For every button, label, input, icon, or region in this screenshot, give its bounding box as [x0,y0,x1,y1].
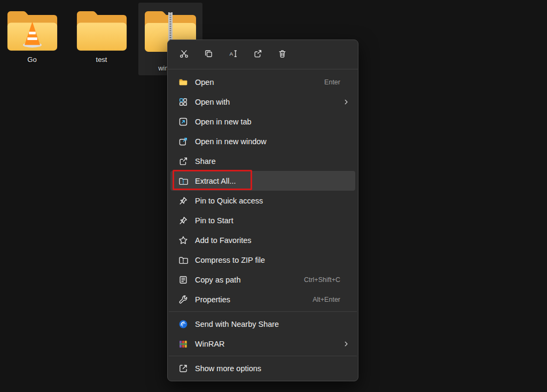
menu-item-open-in-new-window[interactable]: Open in new window [170,131,355,151]
trash-icon [278,49,287,60]
share-icon [253,49,262,60]
menu-item-open-in-new-tab[interactable]: Open in new tab [170,112,355,131]
wrench-icon [178,295,188,304]
context-menu-toolbar: A [168,40,358,69]
copy-button[interactable] [198,45,219,64]
folder-vlc-icon [6,8,58,53]
zip-folder-icon [178,255,188,265]
folder-icon [76,8,128,53]
pin-icon [178,196,188,206]
more-options-icon [178,364,188,373]
menu-item-send-with-nearby-share[interactable]: Send with Nearby Share [170,314,355,334]
pin-icon [178,216,188,225]
folder-label: Go [27,56,36,64]
menu-item-pin-to-start[interactable]: Pin to Start [170,210,355,230]
menu-item-properties[interactable]: Properties Alt+Enter [170,289,355,309]
open-with-icon [178,97,188,107]
rename-button[interactable]: A [222,45,244,64]
menu-item-pin-to-quick-access[interactable]: Pin to Quick access [170,191,355,210]
delete-button[interactable] [271,45,293,64]
share-icon [178,156,188,166]
folder-label: test [96,56,107,64]
copy-icon [204,49,213,60]
chevron-right-icon [342,340,350,348]
menu-item-open-with[interactable]: Open with [170,92,355,112]
new-tab-icon [178,117,188,127]
menu-separator [169,311,357,312]
menu-item-extract-all[interactable]: Extract All... [170,171,355,191]
menu-item-copy-as-path[interactable]: Copy as path Ctrl+Shift+C [170,270,355,289]
shortcut: Ctrl+Shift+C [304,276,340,284]
context-menu: A [167,40,358,381]
menu-item-winrar[interactable]: WinRAR [170,334,355,354]
shortcut: Enter [324,79,340,86]
svg-text:A: A [229,51,233,57]
context-menu-items: Open Enter Open with [168,69,358,378]
menu-item-compress-to-zip[interactable]: Compress to ZIP file [170,250,355,270]
menu-item-add-to-favorites[interactable]: Add to Favorites [170,230,355,250]
chevron-right-icon [342,98,350,106]
cut-button[interactable] [173,45,194,64]
shortcut: Alt+Enter [312,296,340,303]
folder-test[interactable]: test [69,3,134,75]
copy-path-icon [178,275,188,285]
menu-item-show-more-options[interactable]: Show more options [170,358,355,378]
scissors-icon [179,49,189,60]
new-window-icon [178,137,188,146]
star-icon [178,236,188,245]
menu-item-share[interactable]: Share [170,151,355,171]
winrar-icon [178,339,188,349]
folder-go[interactable]: Go [0,3,64,75]
extract-all-icon [178,176,188,186]
menu-separator [169,356,357,356]
rename-icon: A [229,49,238,60]
folder-open-icon [178,77,188,87]
nearby-share-icon [178,319,188,329]
menu-item-open[interactable]: Open Enter [170,72,355,92]
share-button[interactable] [247,45,268,64]
